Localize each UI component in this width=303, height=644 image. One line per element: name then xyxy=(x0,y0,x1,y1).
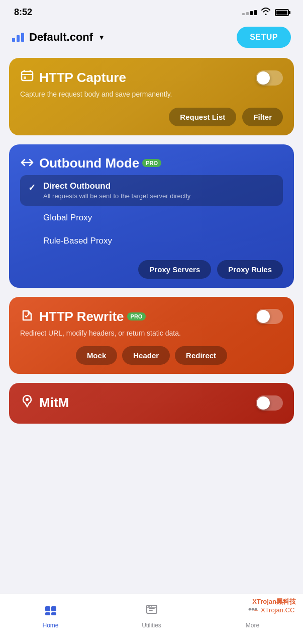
http-rewrite-card: HTTP Rewrite PRO Redirect URL, modify he… xyxy=(9,297,294,374)
header-left[interactable]: Default.conf ▼ xyxy=(12,31,105,44)
home-label: Home xyxy=(42,622,58,629)
capture-subtitle: Capture the request body and save perman… xyxy=(20,90,283,100)
utilities-label: Utilities xyxy=(142,622,161,629)
svg-rect-3 xyxy=(45,606,50,611)
rewrite-subtitle: Redirect URL, modify headers, or return … xyxy=(20,329,283,339)
rewrite-icon xyxy=(20,308,34,326)
status-icons xyxy=(242,8,289,17)
redirect-button[interactable]: Redirect xyxy=(175,346,227,365)
svg-rect-6 xyxy=(51,612,56,615)
capture-card-header: HTTP Capture xyxy=(20,69,283,87)
svg-point-2 xyxy=(26,398,29,401)
svg-rect-0 xyxy=(22,71,33,80)
status-bar: 8:52 xyxy=(0,0,303,22)
svg-rect-1 xyxy=(24,76,26,79)
app-logo-icon xyxy=(12,33,24,42)
more-icon xyxy=(246,602,260,620)
rewrite-buttons: Mock Header Redirect xyxy=(20,346,283,365)
nav-home[interactable]: Home xyxy=(0,599,101,632)
rewrite-title: HTTP Rewrite xyxy=(39,309,124,325)
capture-icon xyxy=(20,69,34,87)
rule-based-proxy-label: Rule-Based Proxy xyxy=(43,236,112,246)
mitm-card: MitM xyxy=(9,383,294,424)
outbound-pro-badge: PRO xyxy=(142,159,161,167)
svg-point-11 xyxy=(248,608,251,611)
setup-button[interactable]: SETUP xyxy=(237,27,291,48)
status-time: 8:52 xyxy=(14,7,32,18)
outbound-icon xyxy=(20,155,34,171)
rewrite-toggle[interactable] xyxy=(256,309,283,324)
svg-point-10 xyxy=(151,606,152,607)
bottom-nav: Home Utilities More xyxy=(0,594,303,644)
outbound-option-rule[interactable]: Rule-Based Proxy xyxy=(20,230,283,252)
mitm-title-row: MitM xyxy=(20,394,69,412)
rewrite-card-header: HTTP Rewrite PRO xyxy=(20,308,283,326)
utilities-icon xyxy=(145,602,159,620)
capture-buttons: Request List Filter xyxy=(20,108,283,126)
outbound-option-global[interactable]: Global Proxy xyxy=(20,207,283,229)
outbound-options: ✓ Direct Outbound All requests will be s… xyxy=(20,175,283,252)
direct-outbound-subtitle: All requests will be sent to the target … xyxy=(43,192,190,200)
outbound-title-with-badge: Outbound Mode PRO xyxy=(39,155,161,171)
outbound-mode-card: Outbound Mode PRO ✓ Direct Outbound All … xyxy=(9,144,294,288)
mock-button[interactable]: Mock xyxy=(76,346,117,365)
request-list-button[interactable]: Request List xyxy=(169,108,236,126)
check-icon: ✓ xyxy=(28,182,37,193)
outbound-title: Outbound Mode xyxy=(39,155,139,171)
capture-title: HTTP Capture xyxy=(39,70,126,86)
outbound-buttons: Proxy Servers Proxy Rules xyxy=(20,253,283,288)
mitm-title: MitM xyxy=(39,395,69,411)
mitm-icon xyxy=(20,394,34,412)
mitm-toggle[interactable] xyxy=(256,395,283,411)
rewrite-title-row: HTTP Rewrite PRO xyxy=(20,308,146,326)
wifi-icon xyxy=(261,8,271,17)
proxy-rules-button[interactable]: Proxy Rules xyxy=(217,260,283,279)
svg-point-13 xyxy=(254,608,257,611)
svg-rect-4 xyxy=(51,606,56,611)
filter-button[interactable]: Filter xyxy=(242,108,283,126)
svg-rect-5 xyxy=(45,612,50,615)
dropdown-arrow-icon[interactable]: ▼ xyxy=(98,33,105,41)
nav-utilities[interactable]: Utilities xyxy=(101,599,202,632)
rewrite-title-with-badge: HTTP Rewrite PRO xyxy=(39,309,146,325)
battery-icon xyxy=(275,9,289,16)
capture-toggle[interactable] xyxy=(256,70,283,86)
outbound-option-direct[interactable]: ✓ Direct Outbound All requests will be s… xyxy=(20,175,283,206)
header: Default.conf ▼ SETUP xyxy=(0,22,303,58)
home-icon xyxy=(44,602,58,620)
svg-point-9 xyxy=(149,606,150,607)
mitm-card-header: MitM xyxy=(20,394,283,412)
header-button[interactable]: Header xyxy=(122,346,170,365)
nav-more[interactable]: More xyxy=(202,599,303,632)
outbound-card-header: Outbound Mode PRO xyxy=(20,155,283,171)
global-proxy-label: Global Proxy xyxy=(43,213,92,223)
svg-point-8 xyxy=(148,606,149,607)
rewrite-pro-badge: PRO xyxy=(127,312,146,320)
cellular-signal-icon xyxy=(242,10,257,15)
outbound-title-row: Outbound Mode PRO xyxy=(20,155,161,171)
config-name[interactable]: Default.conf xyxy=(29,31,93,44)
capture-title-row: HTTP Capture xyxy=(20,69,126,87)
direct-outbound-label: Direct Outbound xyxy=(43,181,190,191)
http-capture-card: HTTP Capture Capture the request body an… xyxy=(9,58,294,135)
more-label: More xyxy=(246,622,259,629)
svg-point-12 xyxy=(251,608,254,611)
proxy-servers-button[interactable]: Proxy Servers xyxy=(138,260,211,279)
